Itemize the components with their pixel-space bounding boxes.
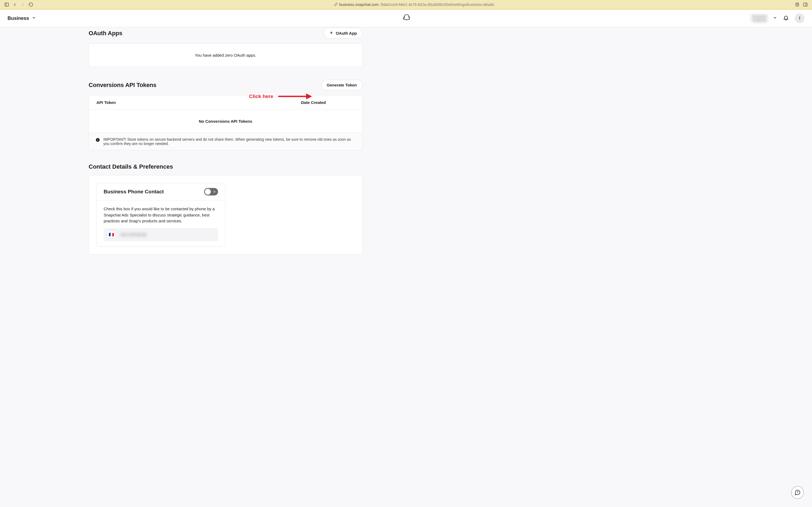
url-bar[interactable]: business.snapchat.com/5da2cce9-b8e1-4c76… [37,2,792,7]
avatar[interactable]: I [795,13,805,23]
tokens-table: API Token Date Created No Conversions AP… [89,95,362,150]
country-flag[interactable]: 🇫🇷 [107,231,116,238]
phone-field[interactable]: 🇫🇷 +33 0 00 00 00 [104,228,218,241]
tokens-title: Conversions API Tokens [89,81,156,89]
generate-token-button[interactable]: Generate Token [321,80,362,90]
back-icon[interactable] [12,2,17,7]
nav-dropdown[interactable]: Business [7,15,36,21]
tokens-section-header: Conversions API Tokens Generate Token [89,80,362,90]
phone-contact-description: Check this box if you would like to be c… [104,206,218,224]
snapchat-logo[interactable] [402,14,410,22]
toggle-knob [205,189,211,195]
tabs-icon[interactable] [803,2,808,7]
phone-contact-toggle[interactable]: ✕ [204,188,218,195]
left-rail [0,27,83,265]
phone-contact-card: Business Phone Contact ✕ Check this box … [97,183,225,247]
nav-label: Business [7,15,29,21]
oauth-section-header: OAuth Apps OAuth App [89,27,362,39]
svg-rect-0 [5,3,9,6]
phone-value: +33 0 00 00 00 [119,232,147,237]
add-oauth-app-button[interactable]: OAuth App [324,27,362,39]
svg-rect-5 [803,3,807,6]
chevron-down-icon [32,15,36,21]
account-selector[interactable]: Redacted Redacted [752,14,767,22]
reader-icon[interactable] [795,2,800,7]
th-date-created: Date Created [301,100,355,105]
oauth-title: OAuth Apps [89,30,122,37]
link-icon [334,2,338,7]
tokens-empty: No Conversions API Tokens [89,110,362,133]
phone-contact-title: Business Phone Contact [104,189,164,195]
close-icon: ✕ [213,190,216,193]
tokens-footer-note: i IMPORTANT! Store tokens on secure back… [89,133,362,150]
plus-icon [329,31,334,36]
url-path: /5da2cce9-b8e1-4c76-b52a-d5cdd3bc55e9/se… [380,2,494,7]
forward-icon [20,2,25,7]
app-header: Business Redacted Redacted I [0,10,812,27]
sidebar-toggle-icon[interactable] [4,2,9,7]
chevron-down-icon[interactable] [773,15,777,21]
browser-chrome: business.snapchat.com/5da2cce9-b8e1-4c76… [0,0,812,10]
th-api-token: API Token [97,100,301,105]
info-icon: i [96,138,100,142]
url-domain: business.snapchat.com [339,2,379,7]
reload-icon[interactable] [28,2,33,7]
oauth-empty-card: You have added zero OAuth apps. [89,44,362,67]
bell-icon[interactable] [783,15,789,22]
contact-title: Contact Details & Preferences [89,163,362,170]
contact-card: Business Phone Contact ✕ Check this box … [89,175,362,255]
